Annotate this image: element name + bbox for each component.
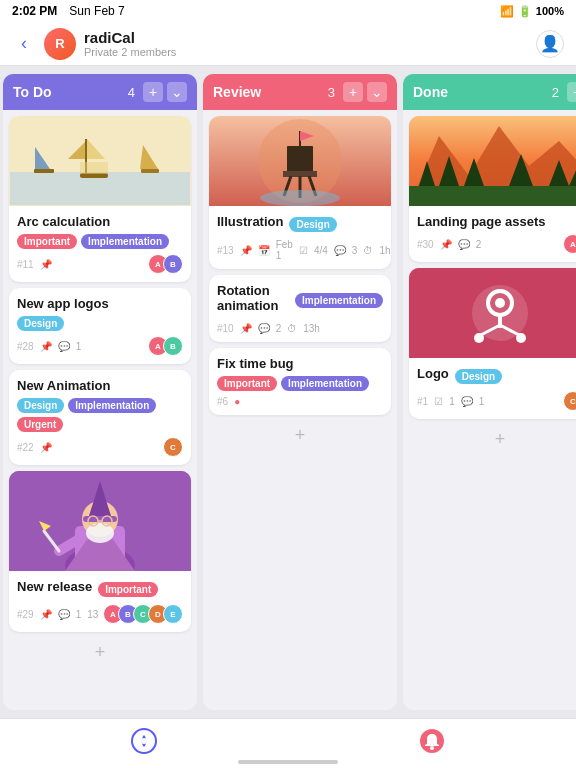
tag-design: Design (289, 217, 336, 232)
battery-label: 100% (536, 5, 564, 17)
card-logo[interactable]: Logo Design #1 ☑1 💬1 C (409, 268, 576, 419)
svg-point-47 (495, 298, 505, 308)
add-card-done[interactable]: + (409, 425, 576, 454)
card-landing-avatars: A (568, 234, 576, 254)
column-done-title: Done (413, 84, 552, 100)
card-illustration[interactable]: Illustration Design #13 📌 📅Feb 1 ☑4/4 💬3… (209, 116, 391, 269)
svg-rect-37 (409, 186, 576, 206)
calendar-tab-icon (131, 728, 157, 760)
column-review-header: Review 3 + ⌄ (203, 74, 397, 110)
card-landing-page[interactable]: Landing page assets #30 📌 💬2 A (409, 116, 576, 262)
tab-bar (0, 718, 576, 768)
status-dot: ● (234, 396, 240, 407)
column-review-add[interactable]: + (343, 82, 363, 102)
card-logo-avatars: C (568, 391, 576, 411)
column-review-menu[interactable]: ⌄ (367, 82, 387, 102)
comment-icon: 💬 (461, 396, 473, 407)
card-logo-body: Logo Design #1 ☑1 💬1 C (409, 358, 576, 419)
tag-design: Design (455, 369, 502, 384)
tag-urgent: Urgent (17, 417, 63, 432)
tag-design: Design (17, 398, 64, 413)
add-card-review[interactable]: + (209, 421, 391, 450)
card-logos-tags: Design (17, 316, 183, 331)
card-arc-body: Arc calculation Important Implementation… (9, 206, 191, 282)
card-logo-title: Logo (417, 366, 449, 381)
card-logos-id: #28 (17, 341, 34, 352)
column-review-count: 3 (328, 85, 335, 100)
card-arc-tags: Important Implementation (17, 234, 183, 249)
app-header: ‹ R radiCal Private 2 members 👤 (0, 22, 576, 66)
column-todo: To Do 4 + ⌄ (3, 74, 197, 710)
svg-point-52 (516, 333, 526, 343)
card-rotation-meta: #10 📌 💬2 ⏱13h (217, 323, 383, 334)
card-illustration-body: Illustration Design #13 📌 📅Feb 1 ☑4/4 💬3… (209, 206, 391, 269)
task-icon: ☑ (434, 396, 443, 407)
svg-point-56 (430, 746, 434, 750)
column-done-add[interactable]: + (567, 82, 576, 102)
task-icon: ☑ (299, 245, 308, 256)
column-todo-add[interactable]: + (143, 82, 163, 102)
card-arc-calculation[interactable]: Arc calculation Important Implementation… (9, 116, 191, 282)
card-arc-meta: #11 📌 A B (17, 254, 183, 274)
card-rotation-title: Rotation animation (217, 283, 289, 313)
avatar: B (163, 336, 183, 356)
pin-icon: 📌 (240, 245, 252, 256)
card-anim-title: New Animation (17, 378, 183, 393)
pin-icon: 📌 (40, 442, 52, 453)
card-image-wizard (9, 471, 191, 571)
app-subtitle: Private 2 members (84, 46, 536, 58)
tag-important: Important (217, 376, 277, 391)
app-avatar: R (44, 28, 76, 60)
card-fix-time-bug[interactable]: Fix time bug Important Implementation #6… (209, 348, 391, 415)
tag-design: Design (17, 316, 64, 331)
card-rotation-body: Rotation animation Implementation #10 📌 … (209, 275, 391, 342)
card-landing-title: Landing page assets (417, 214, 576, 229)
card-illustration-meta: #13 📌 📅Feb 1 ☑4/4 💬3 ⏱1h (217, 239, 383, 261)
battery-icon: 🔋 (518, 5, 532, 18)
column-todo-menu[interactable]: ⌄ (167, 82, 187, 102)
card-new-release[interactable]: New release Important #29 📌 💬1 13 A B C … (9, 471, 191, 632)
card-arc-title: Arc calculation (17, 214, 183, 229)
card-bug-title: Fix time bug (217, 356, 383, 371)
card-logos-title: New app logos (17, 296, 183, 311)
column-done: Done 2 + (403, 74, 576, 710)
notification-tab-icon (419, 728, 445, 760)
card-image-illustration (209, 116, 391, 206)
pin-icon: 📌 (40, 259, 52, 270)
card-release-id: #29 (17, 609, 34, 620)
tag-implementation: Implementation (68, 398, 156, 413)
column-todo-header: To Do 4 + ⌄ (3, 74, 197, 110)
status-bar: 2:02 PM Sun Feb 7 📶 🔋 100% (0, 0, 576, 22)
card-anim-body: New Animation Design Implementation Urge… (9, 370, 191, 465)
members-button[interactable]: 👤 (536, 30, 564, 58)
back-button[interactable]: ‹ (12, 32, 36, 56)
wifi-icon: 📶 (500, 5, 514, 18)
column-todo-count: 4 (128, 85, 135, 100)
card-rotation-animation[interactable]: Rotation animation Implementation #10 📌 … (209, 275, 391, 342)
comment-icon: 💬 (458, 239, 470, 250)
pin-icon: 📌 (40, 341, 52, 352)
column-review-body: Illustration Design #13 📌 📅Feb 1 ☑4/4 💬3… (203, 110, 397, 710)
add-card-todo[interactable]: + (9, 638, 191, 667)
kanban-board: To Do 4 + ⌄ (0, 66, 576, 718)
card-release-avatars: A B C D E (108, 604, 183, 624)
svg-point-34 (260, 190, 340, 206)
card-logos-avatars: A B (153, 336, 183, 356)
tag-implementation: Implementation (81, 234, 169, 249)
card-release-meta: #29 📌 💬1 13 A B C D E (17, 604, 183, 624)
card-logo-id: #1 (417, 396, 428, 407)
card-logos-body: New app logos Design #28 📌 💬1 A B (9, 288, 191, 364)
card-image-sailboats (9, 116, 191, 206)
card-new-animation[interactable]: New Animation Design Implementation Urge… (9, 370, 191, 465)
column-todo-title: To Do (13, 84, 128, 100)
status-time: 2:02 PM (12, 4, 57, 18)
pin-icon: 📌 (240, 323, 252, 334)
avatar: C (563, 391, 576, 411)
card-illustration-title: Illustration (217, 214, 283, 229)
card-illustration-id: #13 (217, 245, 234, 256)
card-release-body: New release Important #29 📌 💬1 13 A B C … (9, 571, 191, 632)
card-new-app-logos[interactable]: New app logos Design #28 📌 💬1 A B (9, 288, 191, 364)
card-bug-id: #6 (217, 396, 228, 407)
svg-rect-8 (80, 162, 108, 174)
comment-icon: 💬 (58, 341, 70, 352)
